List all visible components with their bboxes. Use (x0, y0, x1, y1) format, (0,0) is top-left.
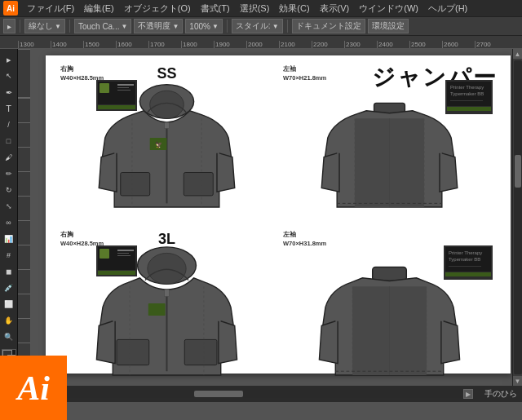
svg-rect-16 (148, 303, 166, 316)
stroke-dropdown[interactable]: 線なし▼ (24, 19, 65, 33)
vruler-mark (18, 245, 30, 269)
logo-badge-ss (96, 80, 137, 111)
menu-edit[interactable]: 編集(E) (80, 1, 118, 16)
svg-rect-5 (184, 173, 213, 196)
eyedropper-tool[interactable]: 💉 (2, 281, 16, 295)
scroll-down-btn[interactable]: ▼ (513, 376, 523, 386)
jacket-svg-3l-front (60, 245, 273, 386)
vruler-mark (18, 98, 30, 122)
scroll-right-btn[interactable]: ▶ (463, 389, 473, 399)
rotate-tool[interactable]: ↻ (2, 183, 16, 197)
app-logo: Ai (3, 1, 18, 15)
rect-tool[interactable]: □ (2, 134, 16, 148)
h-scroll-track[interactable] (16, 390, 462, 398)
ruler-mark: 1400 (51, 41, 83, 48)
canvas-inner: ジャンパー 右胸W40×H28.5mm SS (31, 49, 512, 386)
horizontal-ruler: 1300 1400 1500 1600 1700 1800 1900 2000 … (0, 36, 522, 49)
vruler-mark (18, 49, 30, 73)
paintbrush-tool[interactable]: 🖌 (2, 150, 16, 165)
ruler-mark: 1700 (148, 41, 181, 48)
menu-bar: Ai ファイル(F) 編集(E) オブジェクト(O) 書式(T) 選択(S) 効… (0, 0, 522, 16)
svg-rect-4 (121, 173, 150, 196)
doc-settings-btn[interactable]: ドキュメント設定 (292, 19, 365, 33)
menu-window[interactable]: ウインドウ(W) (355, 1, 422, 16)
svg-text:🦅: 🦅 (155, 140, 163, 148)
opacity-val-dropdown[interactable]: 100%▼ (185, 19, 223, 33)
svg-point-11 (148, 253, 186, 284)
ruler-mark: 1600 (116, 41, 148, 48)
scroll-track-v[interactable] (514, 60, 522, 374)
toolbar-sep-4 (287, 20, 288, 33)
left-toolbar: ▸ ↖ ✒ T / □ 🖌 ✏ ↻ ⤡ ∞ 📊 # ◼ 💉 ⬜ ✋ 🔍 (0, 49, 18, 386)
ruler-mark: 1500 (83, 41, 116, 48)
vruler-mark (18, 318, 30, 343)
touch-dropdown[interactable]: Touch Ca...▼ (74, 19, 132, 33)
style-dropdown[interactable]: スタイル:▼ (232, 19, 283, 33)
pen-tool[interactable]: ✒ (2, 85, 16, 99)
label-3l-left-sleeve: 左袖W70×H31.8mm (283, 231, 326, 248)
vruler-mark (18, 122, 30, 147)
jacket-cell-3l-front: 右胸W40×H28.5mm 3L (55, 228, 278, 386)
label-ss-left-sleeve: 左袖W70×H21.8mm (283, 65, 326, 82)
svg-rect-13 (165, 290, 170, 297)
ruler-mark: 2700 (475, 41, 507, 48)
right-scrollbar[interactable]: ▲ ▼ (512, 49, 522, 386)
toolbar-sep-1 (20, 20, 20, 33)
vruler-mark (18, 147, 30, 171)
menu-help[interactable]: ヘルプ(H) (424, 1, 471, 16)
vruler-mark (18, 171, 30, 196)
toolbar-sep-3 (227, 20, 228, 33)
jacket-svg-ss-front: 🦅 (60, 80, 273, 223)
column-graph-tool[interactable]: 📊 (2, 232, 16, 246)
status-bar: ◀ ▶ 手のひら (0, 386, 522, 402)
ruler-mark: 2400 (377, 41, 409, 48)
menu-select[interactable]: 選択(S) (236, 1, 274, 16)
mesh-tool[interactable]: # (2, 248, 16, 263)
arrow-tool[interactable]: ▸ (2, 52, 16, 67)
zoom-tool[interactable]: 🔍 (2, 329, 16, 344)
scale-tool[interactable]: ⤡ (2, 199, 16, 214)
vruler-mark (18, 196, 30, 220)
vertical-ruler (18, 49, 31, 386)
h-scroll-thumb[interactable] (194, 391, 243, 397)
jacket-cell-ss-front: 右胸W40×H28.5mm SS (55, 62, 278, 228)
hand-tool[interactable]: ✋ (2, 313, 16, 328)
jacket-cell-3l-back: 左袖W70×H31.8mm Printer TherapyTypemaker B… (278, 228, 501, 386)
ai-logo-text: Ai (17, 369, 50, 408)
h-scroll-area: ◀ ▶ (5, 389, 473, 399)
svg-rect-14 (117, 339, 149, 365)
artboard-tool[interactable]: ⬜ (2, 297, 16, 312)
gradient-tool[interactable]: ◼ (2, 264, 16, 279)
size-badge-ss: SS (157, 65, 176, 82)
ruler-mark: 1900 (214, 41, 246, 48)
ruler-mark: 1300 (18, 41, 51, 48)
menu-view[interactable]: 表示(V) (316, 1, 354, 16)
select-tool-btn[interactable]: ▸ (3, 19, 15, 33)
ai-logo-corner: Ai (0, 356, 67, 420)
toolbar-sep-2 (69, 20, 70, 33)
type-tool[interactable]: T (2, 101, 16, 116)
logo-badge-ss-back: Printer TherapyTypermaker BB———————— (445, 80, 493, 114)
jacket-cell-ss-back: 左袖W70×H21.8mm Printer TherapyTypermaker … (278, 62, 501, 228)
opacity-dropdown[interactable]: 不透明度▼ (134, 19, 183, 33)
vruler-mark (18, 73, 30, 98)
ruler-mark: 2200 (312, 41, 344, 48)
main-toolbar: ▸ 線なし▼ Touch Ca...▼ 不透明度▼ 100%▼ スタイル:▼ ド… (0, 16, 522, 36)
blend-tool[interactable]: ∞ (2, 215, 16, 230)
canvas-area[interactable]: ジャンパー 右胸W40×H28.5mm SS (31, 49, 512, 386)
pencil-tool[interactable]: ✏ (2, 166, 16, 181)
line-tool[interactable]: / (2, 117, 16, 132)
ruler-mark: 2300 (344, 41, 377, 48)
prefs-btn[interactable]: 環境設定 (368, 19, 409, 33)
menu-object[interactable]: オブジェクト(O) (120, 1, 195, 16)
ruler-mark: 2100 (279, 41, 312, 48)
menu-effect[interactable]: 効果(C) (275, 1, 313, 16)
direct-select-tool[interactable]: ↖ (2, 69, 16, 83)
vruler-mark (18, 294, 30, 318)
svg-rect-15 (184, 339, 217, 365)
main-area: ▸ ↖ ✒ T / □ 🖌 ✏ ↻ ⤡ ∞ 📊 # ◼ 💉 ⬜ ✋ 🔍 (0, 49, 522, 386)
scroll-thumb-v[interactable] (515, 155, 521, 188)
menu-type[interactable]: 書式(T) (197, 1, 234, 16)
menu-file[interactable]: ファイル(F) (23, 1, 78, 16)
scroll-up-btn[interactable]: ▲ (513, 49, 523, 59)
